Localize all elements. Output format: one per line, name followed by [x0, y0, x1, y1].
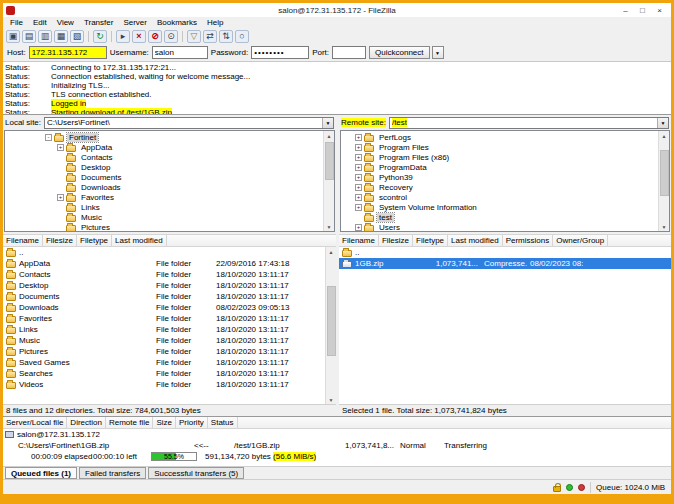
- port-input[interactable]: [332, 46, 366, 59]
- sync-browse-icon[interactable]: ⇅: [219, 30, 233, 43]
- scrollbar-thumb[interactable]: [327, 286, 336, 356]
- tree-item[interactable]: Contacts: [5, 152, 334, 162]
- file-row[interactable]: 1GB.zip 1,073,741... Compresse... 08/02/…: [339, 258, 671, 269]
- file-row[interactable]: Favorites File folder 18/10/2020 13:11:1…: [3, 313, 336, 324]
- toggle-local-tree-icon[interactable]: ▥: [38, 30, 52, 43]
- tree-item[interactable]: + System Volume Information: [341, 202, 669, 212]
- column-header[interactable]: Direction: [67, 417, 106, 428]
- tree-item[interactable]: + Program Files: [341, 142, 669, 152]
- local-site-combo[interactable]: C:\Users\Fortinet\ ▼: [44, 117, 334, 129]
- column-header[interactable]: Permissions: [503, 235, 554, 246]
- file-row[interactable]: Downloads File folder 08/02/2023 09:05:1…: [3, 302, 336, 313]
- quickconnect-button[interactable]: Quickconnect: [369, 46, 429, 59]
- file-row[interactable]: AppData File folder 22/09/2016 17:43:18: [3, 258, 336, 269]
- local-tree-scrollbar[interactable]: ▲ ▼: [323, 131, 334, 231]
- tree-item[interactable]: Desktop: [5, 162, 334, 172]
- toggle-remote-tree-icon[interactable]: ▦: [54, 30, 68, 43]
- remote-tree-scrollbar[interactable]: ▲ ▼: [658, 131, 669, 231]
- process-queue-icon[interactable]: ▸: [116, 30, 130, 43]
- tree-item[interactable]: + ProgramData: [341, 162, 669, 172]
- maximize-button[interactable]: □: [634, 4, 651, 16]
- local-list-scrollbar[interactable]: ▲ ▼: [325, 247, 336, 404]
- expander-icon[interactable]: +: [355, 174, 362, 181]
- minimize-button[interactable]: –: [617, 4, 634, 16]
- column-header[interactable]: Owner/Group: [553, 235, 608, 246]
- tab[interactable]: Successful transfers (5): [148, 467, 244, 479]
- column-header[interactable]: Status: [208, 417, 238, 428]
- search-icon[interactable]: ○: [235, 30, 249, 43]
- tree-item[interactable]: + PerfLogs: [341, 132, 669, 142]
- tree-item[interactable]: + Recovery: [341, 182, 669, 192]
- column-header[interactable]: Last modified: [112, 235, 167, 246]
- tree-item[interactable]: + Users: [341, 222, 669, 232]
- column-header[interactable]: Last modified: [448, 235, 503, 246]
- scroll-up-icon[interactable]: ▲: [326, 247, 336, 256]
- file-row[interactable]: ..: [3, 247, 336, 258]
- menu-item[interactable]: Help: [202, 18, 228, 27]
- column-header[interactable]: Filetype: [77, 235, 112, 246]
- file-row[interactable]: Searches File folder 18/10/2020 13:11:17: [3, 368, 336, 379]
- compare-icon[interactable]: ⇄: [203, 30, 217, 43]
- queue-alert-icon[interactable]: [578, 484, 585, 491]
- scroll-up-icon[interactable]: ▲: [324, 131, 334, 140]
- filter-icon[interactable]: ▽: [187, 30, 201, 43]
- expander-icon[interactable]: +: [355, 204, 362, 211]
- column-header[interactable]: Filesize: [43, 235, 77, 246]
- tree-item[interactable]: Links: [5, 202, 334, 212]
- column-header[interactable]: Filesize: [379, 235, 413, 246]
- file-row[interactable]: Contacts File folder 18/10/2020 13:11:17: [3, 269, 336, 280]
- menu-item[interactable]: Bookmarks: [152, 18, 202, 27]
- expander-icon[interactable]: +: [355, 134, 362, 141]
- close-button[interactable]: ×: [651, 4, 668, 16]
- tree-item[interactable]: + AppData: [5, 142, 334, 152]
- column-header[interactable]: Filename: [339, 235, 379, 246]
- file-row[interactable]: Desktop File folder 18/10/2020 13:11:17: [3, 280, 336, 291]
- expander-icon[interactable]: +: [355, 164, 362, 171]
- column-header[interactable]: Size: [153, 417, 176, 428]
- expander-icon[interactable]: +: [57, 144, 64, 151]
- file-row[interactable]: Documents File folder 18/10/2020 13:11:1…: [3, 291, 336, 302]
- remote-site-dropdown-icon[interactable]: ▼: [657, 118, 668, 128]
- site-manager-icon[interactable]: ▣: [6, 30, 20, 43]
- scroll-down-icon[interactable]: ▼: [659, 222, 669, 231]
- tree-item[interactable]: + Favorites: [5, 192, 334, 202]
- expander-icon[interactable]: +: [355, 144, 362, 151]
- queue-ok-icon[interactable]: [566, 484, 573, 491]
- expander-icon[interactable]: +: [355, 184, 362, 191]
- file-row[interactable]: Music File folder 18/10/2020 13:11:17: [3, 335, 336, 346]
- column-header[interactable]: Remote file: [106, 417, 153, 428]
- disconnect-icon[interactable]: ⊘: [148, 30, 162, 43]
- expander-icon[interactable]: +: [355, 194, 362, 201]
- username-input[interactable]: [152, 46, 208, 59]
- tree-item[interactable]: + Program Files (x86): [341, 152, 669, 162]
- menu-item[interactable]: Edit: [28, 18, 52, 27]
- menu-item[interactable]: View: [52, 18, 79, 27]
- expander-icon[interactable]: +: [355, 224, 362, 231]
- expander-icon[interactable]: +: [57, 194, 64, 201]
- menu-item[interactable]: File: [5, 18, 28, 27]
- file-row[interactable]: Saved Games File folder 18/10/2020 13:11…: [3, 357, 336, 368]
- toggle-message-log-icon[interactable]: ▤: [22, 30, 36, 43]
- tree-item[interactable]: Music: [5, 212, 334, 222]
- column-header[interactable]: Priority: [176, 417, 208, 428]
- scroll-up-icon[interactable]: ▲: [659, 131, 669, 140]
- column-header[interactable]: Filetype: [413, 235, 448, 246]
- tree-item[interactable]: - Fortinet: [5, 132, 334, 142]
- file-row[interactable]: Links File folder 18/10/2020 13:11:17: [3, 324, 336, 335]
- quickconnect-dropdown-icon[interactable]: ▼: [432, 46, 444, 59]
- encryption-lock-icon[interactable]: [553, 486, 561, 492]
- queue-server-row[interactable]: salon@172.31.135.172: [3, 429, 671, 440]
- file-row[interactable]: Pictures File folder 18/10/2020 13:11:17: [3, 346, 336, 357]
- tree-item[interactable]: Pictures: [5, 222, 334, 232]
- file-row[interactable]: Videos File folder 18/10/2020 13:11:17: [3, 379, 336, 390]
- scrollbar-thumb[interactable]: [660, 150, 669, 196]
- menu-item[interactable]: Server: [118, 18, 152, 27]
- expander-icon[interactable]: -: [45, 134, 52, 141]
- reconnect-icon[interactable]: ⊙: [164, 30, 178, 43]
- column-header[interactable]: Filename: [3, 235, 43, 246]
- tab[interactable]: Failed transfers: [79, 467, 146, 479]
- tree-item[interactable]: + Python39: [341, 172, 669, 182]
- expander-icon[interactable]: +: [355, 154, 362, 161]
- column-header[interactable]: Server/Local file: [3, 417, 67, 428]
- toggle-queue-icon[interactable]: ▧: [70, 30, 84, 43]
